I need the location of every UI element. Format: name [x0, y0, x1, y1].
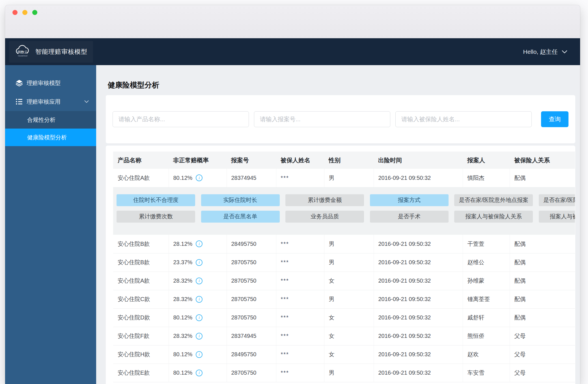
- cell-probability: 80.12%: [169, 169, 227, 187]
- cell-gender: 男: [324, 364, 374, 382]
- cell-gender: 女: [324, 327, 374, 345]
- factor-tag-row: 住院时长不合理度 实际住院时长 累计缴费金额 报案方式 是否在家/医院意外地点报…: [117, 194, 575, 206]
- info-icon[interactable]: [196, 296, 203, 303]
- info-icon[interactable]: [196, 174, 203, 181]
- cell-reporter: 赵维公: [463, 253, 510, 272]
- cell-probability: 23.37%: [169, 253, 227, 272]
- factor-tag[interactable]: 实际住院时长: [201, 194, 280, 206]
- factor-tag-row: 累计缴费次数 是否在黑名单 业务员品质 是否手术 报案人与被保险人关系 报案人与…: [117, 211, 575, 223]
- cell-time: 2016-09-21 09:50:32: [374, 308, 463, 327]
- factor-tag[interactable]: 累计缴费次数: [117, 211, 195, 223]
- table-row[interactable]: 安心住院A款 28.32% 28705750 *** 女 2016-09-21 …: [113, 272, 575, 290]
- factor-tag[interactable]: 业务员品质: [285, 211, 364, 223]
- user-menu[interactable]: Hello, 赵主任: [523, 48, 580, 56]
- cell-probability: 28.32%: [169, 290, 227, 308]
- cell-relation: 配偶: [510, 308, 575, 327]
- sidebar: 理赔审核模型 理赔审核应用 合规性分析 健康险模型分析: [5, 65, 96, 384]
- table-row[interactable]: 安心住院D款 80.12% 28705750 *** 女 2016-09-21 …: [113, 308, 575, 327]
- info-icon[interactable]: [196, 314, 203, 321]
- cell-reporter: 孙维蒙: [463, 272, 510, 290]
- page-title: 健康险模型分析: [108, 81, 580, 89]
- col-header-probability: 非正常赔概率: [169, 152, 227, 169]
- table-row[interactable]: 安心住院A款 80.12% 28374945 *** 男 2016-09-21 …: [113, 169, 575, 187]
- cell-product: 安心住院F款: [113, 327, 169, 345]
- cell-product: 安心住院A款: [113, 169, 169, 187]
- cell-insured: ***: [276, 308, 324, 327]
- case-number-input[interactable]: [254, 111, 390, 127]
- sidebar-item-claim-review-app[interactable]: 理赔审核应用: [5, 92, 96, 111]
- sidebar-item-compliance-analysis[interactable]: 合规性分析: [5, 111, 96, 129]
- window-titlebar: [5, 5, 580, 38]
- table-row[interactable]: 安心住院B款 28.12% 28495750 *** 男 2016-09-21 …: [113, 235, 575, 253]
- cell-time: 2016-09-21 09:50:32: [374, 327, 463, 345]
- factor-tag[interactable]: 报案人与被保险人关系: [539, 211, 575, 223]
- info-icon[interactable]: [196, 278, 203, 284]
- info-icon[interactable]: [196, 370, 203, 376]
- cell-probability: 80.12%: [169, 345, 227, 364]
- cell-gender: 男: [324, 290, 374, 308]
- table-header-row: 产品名称 非正常赔概率 报案号 被保人姓名 性别 出险时间 报案人 被保险人关系: [113, 152, 575, 169]
- sidebar-item-claim-review-model[interactable]: 理赔审核模型: [5, 74, 96, 92]
- factor-tag[interactable]: 累计缴费金额: [285, 194, 364, 206]
- main-content: 健康险模型分析 查询 产品名称 非正常赔概率: [96, 65, 580, 384]
- cell-relation: 父母: [510, 364, 575, 382]
- zoom-window-button[interactable]: [32, 10, 37, 15]
- cell-relation: 配偶: [510, 235, 575, 253]
- cell-probability: 80.12%: [169, 364, 227, 382]
- col-header-relation: 被保险人关系: [510, 152, 575, 169]
- window-controls: [12, 10, 37, 15]
- col-header-insured: 被保人姓名: [276, 152, 324, 169]
- table-row[interactable]: 安心住院C款 28.32% 28705750 *** 男 2016-09-21 …: [113, 290, 575, 308]
- chevron-down-icon: [562, 50, 567, 54]
- factor-tag[interactable]: 住院时长不合理度: [117, 194, 195, 206]
- cell-insured: ***: [276, 345, 324, 364]
- col-header-time: 出险时间: [374, 152, 463, 169]
- table-row[interactable]: 安心住院E款 80.12% 28705750 *** 男 2016-09-21 …: [113, 364, 575, 382]
- table-row[interactable]: 安心住院B款 23.37% 28705750 *** 男 2016-09-21 …: [113, 253, 575, 272]
- cell-case-no: 28705750: [227, 308, 276, 327]
- insured-name-input[interactable]: [395, 111, 532, 127]
- query-button[interactable]: 查询: [541, 111, 568, 127]
- table-row[interactable]: 安心住院H款 80.12% 28495750 *** 女 2016-09-21 …: [113, 345, 575, 364]
- factor-tag[interactable]: 报案方式: [370, 194, 449, 206]
- info-icon[interactable]: [196, 333, 203, 340]
- info-icon[interactable]: [196, 351, 203, 358]
- causacloud-logo-icon: 因数云 CausaCloud: [14, 44, 31, 60]
- cell-reporter: 熊恒侨: [463, 327, 510, 345]
- cell-time: 2016-09-21 09:50:32: [374, 364, 463, 382]
- col-header-gender: 性别: [324, 152, 374, 169]
- cell-product: 安心住院H款: [113, 345, 169, 364]
- cell-gender: 男: [324, 253, 374, 272]
- cell-reporter: 车安雪: [463, 364, 510, 382]
- cell-gender: 女: [324, 272, 374, 290]
- info-icon[interactable]: [196, 240, 203, 247]
- cell-relation: 配偶: [510, 169, 575, 187]
- cell-time: 2016-09-21 09:50:32: [374, 253, 463, 272]
- factor-tag[interactable]: 是否在家/医院意外地点报案: [539, 194, 575, 206]
- factor-tag[interactable]: 是否在黑名单: [201, 211, 280, 223]
- minimize-window-button[interactable]: [22, 10, 27, 15]
- cell-probability: 28.12%: [169, 235, 227, 253]
- cell-reporter: 戚舒轩: [463, 308, 510, 327]
- cell-time: 2016-09-21 09:50:32: [374, 345, 463, 364]
- cell-gender: 女: [324, 308, 374, 327]
- factor-tag[interactable]: 是否手术: [370, 211, 449, 223]
- product-name-input[interactable]: [113, 111, 249, 127]
- sidebar-submenu: 合规性分析 健康险模型分析: [5, 111, 96, 146]
- svg-text:因数云: 因数云: [18, 50, 28, 54]
- list-icon: [16, 98, 23, 105]
- cell-insured: ***: [276, 364, 324, 382]
- info-icon[interactable]: [196, 259, 203, 266]
- results-table: 产品名称 非正常赔概率 报案号 被保人姓名 性别 出险时间 报案人 被保险人关系: [113, 152, 575, 382]
- factor-tag[interactable]: 报案人与被保险人关系: [454, 211, 533, 223]
- sidebar-item-health-insurance-analysis[interactable]: 健康险模型分析: [5, 129, 96, 146]
- close-window-button[interactable]: [12, 10, 18, 15]
- table-row[interactable]: 安心住院F款 28.32% 28374945 *** 女 2016-09-21 …: [113, 327, 575, 345]
- cell-case-no: 28495750: [227, 235, 276, 253]
- cell-gender: 男: [324, 169, 374, 187]
- factor-tag[interactable]: 是否在家/医院意外地点报案: [454, 194, 533, 206]
- chevron-down-icon: [84, 100, 89, 103]
- cell-probability: 28.32%: [169, 272, 227, 290]
- cell-time: 2016-09-21 09:50:32: [374, 169, 463, 187]
- col-header-product: 产品名称: [113, 152, 169, 169]
